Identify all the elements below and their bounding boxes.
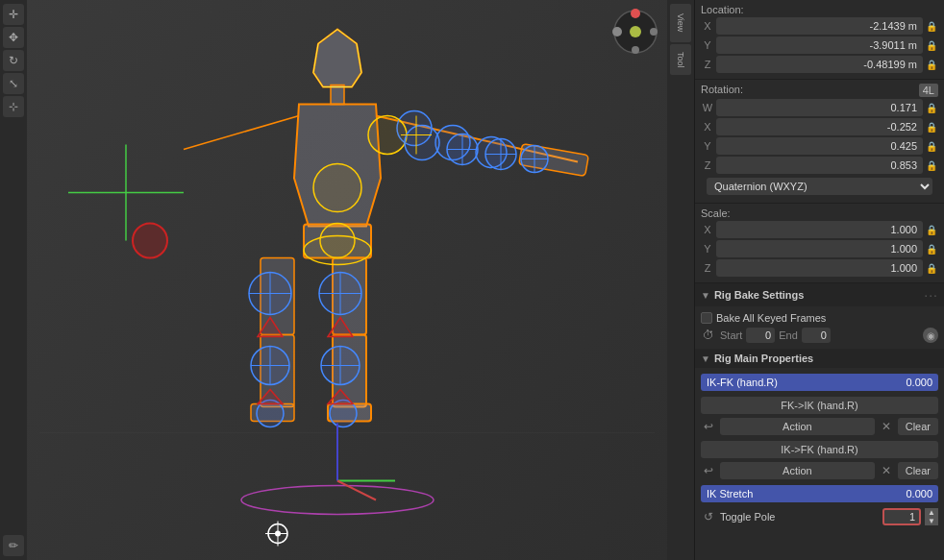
bake-all-checkbox[interactable] [701, 312, 712, 324]
ik-stretch-value: 0.000 [906, 488, 932, 499]
rotation-x-lock[interactable]: 🔒 [925, 120, 938, 134]
clock-icon: ⏱ [701, 328, 716, 343]
rotation-z-input[interactable] [716, 157, 923, 174]
quaternion-row: Quaternion (WXYZ) [701, 176, 938, 197]
location-z-row: Z 🔒 [701, 56, 938, 73]
toggle-pole-up-btn[interactable]: ▲ [925, 508, 938, 517]
scale-y-input[interactable] [716, 240, 923, 257]
right-toolbar: View Tool [667, 0, 694, 560]
toggle-pole-arrows: ▲ ▼ [925, 508, 938, 525]
rotation-z-lock[interactable]: 🔒 [925, 158, 938, 172]
properties-panel: Location: X 🔒 Y 🔒 Z 🔒 Rotation: 4L [694, 0, 944, 560]
scale-x-lock[interactable]: 🔒 [925, 223, 938, 236]
rotation-y-lock[interactable]: 🔒 [925, 139, 938, 153]
scale-section: Scale: X 🔒 Y 🔒 Z 🔒 [695, 204, 944, 283]
viewport-content[interactable] [27, 0, 667, 560]
ik-stretch-slider[interactable]: IK Stretch 0.000 [701, 485, 938, 502]
rotation-z-row: Z 🔒 [701, 157, 938, 174]
location-y-input[interactable] [716, 37, 923, 54]
rig-main-arrow: ▼ [701, 353, 710, 364]
rig-main-header[interactable]: ▼ Rig Main Properties [695, 349, 944, 368]
toggle-pole-down-btn[interactable]: ▼ [925, 517, 938, 525]
rotate-tool-btn[interactable]: ↻ [3, 50, 24, 71]
ik-fk-button[interactable]: IK->FK (hand.R) [701, 441, 938, 458]
rotation-w-lock[interactable]: 🔒 [925, 101, 938, 114]
scale-y-lock[interactable]: 🔒 [925, 242, 938, 256]
rig-bake-arrow: ▼ [701, 290, 710, 301]
rotation-y-input[interactable] [716, 137, 923, 155]
toggle-pole-label: Toggle Pole [720, 511, 879, 523]
action2-button[interactable]: Action [720, 462, 875, 479]
svg-point-47 [405, 125, 439, 159]
ik-stretch-label: IK Stretch [707, 488, 753, 499]
action1-button[interactable]: Action [720, 418, 875, 435]
location-x-input[interactable] [716, 17, 923, 35]
rotation-section: Rotation: 4L W 🔒 X 🔒 Y 🔒 Z 🔒 [695, 80, 944, 204]
ik-fk-row: IK-FK (hand.R) 0.000 [695, 372, 944, 393]
scene-icon[interactable]: ◉ [923, 328, 938, 343]
location-z-input[interactable] [716, 56, 923, 73]
scale-z-lock[interactable]: 🔒 [925, 261, 938, 275]
svg-point-34 [313, 163, 361, 211]
rig-main-content: IK-FK (hand.R) 0.000 FK->IK (hand.R) ↩ A… [695, 368, 944, 533]
svg-point-36 [304, 235, 371, 264]
action1-row: ↩ Action ✕ Clear [695, 416, 944, 437]
viewport-3d[interactable]: ✛ ✥ ↻ ⤡ ⊹ ✏ [0, 0, 694, 560]
z-axis-label: Z [701, 59, 714, 70]
tool-btn[interactable]: Tool [670, 44, 691, 75]
rotation-w-row: W 🔒 [701, 99, 938, 116]
action2-icon: ↩ [701, 463, 716, 478]
svg-point-66 [630, 26, 641, 37]
svg-line-9 [184, 115, 299, 149]
left-toolbar: ✛ ✥ ↻ ⤡ ⊹ ✏ [0, 0, 27, 560]
svg-point-41 [133, 223, 167, 257]
toggle-pole-icon: ↺ [701, 509, 716, 524]
action2-clear-button[interactable]: Clear [898, 462, 938, 479]
ik-fk-slider[interactable]: IK-FK (hand.R) 0.000 [701, 374, 938, 391]
action2-x-button[interactable]: ✕ [879, 463, 894, 478]
action1-clear-button[interactable]: Clear [898, 418, 938, 435]
transform-tool-btn[interactable]: ⊹ [3, 96, 24, 117]
fk-ik-btn-row: FK->IK (hand.R) [695, 395, 944, 416]
action1-x-button[interactable]: ✕ [879, 419, 894, 434]
ik-fk-label: IK-FK (hand.R) [707, 377, 778, 388]
ik-stretch-row: IK Stretch 0.000 [695, 483, 944, 504]
toggle-pole-row: ↺ Toggle Pole ▲ ▼ [695, 506, 944, 527]
svg-point-1 [241, 485, 434, 514]
sy-label: Y [701, 243, 714, 255]
view-btn[interactable]: View [670, 4, 691, 42]
location-y-lock[interactable]: 🔒 [925, 38, 938, 52]
start-input[interactable] [746, 328, 775, 343]
scale-label: Scale: [701, 207, 938, 219]
scale-z-input[interactable] [716, 259, 923, 277]
rotation-w-input[interactable] [716, 99, 923, 116]
svg-point-65 [612, 27, 622, 37]
location-x-lock[interactable]: 🔒 [925, 19, 938, 33]
svg-marker-4 [313, 29, 361, 86]
rotation-mode-badge: 4L [919, 84, 938, 97]
rx-axis-label: X [701, 121, 714, 133]
location-z-lock[interactable]: 🔒 [925, 58, 938, 71]
ik-fk-value: 0.000 [906, 377, 932, 388]
cursor-tool-btn[interactable]: ✛ [3, 4, 24, 25]
rotation-label: Rotation: [701, 84, 743, 95]
rig-bake-content: Bake All Keyed Frames ⏱ Start End ◉ [695, 306, 944, 349]
toggle-pole-input[interactable] [882, 508, 921, 525]
quaternion-select[interactable]: Quaternion (WXYZ) [707, 178, 932, 195]
scale-x-row: X 🔒 [701, 221, 938, 238]
location-label: Location: [701, 4, 938, 15]
annotate-btn[interactable]: ✏ [3, 535, 24, 556]
nav-gizmo[interactable] [611, 8, 659, 58]
scale-tool-btn[interactable]: ⤡ [3, 73, 24, 94]
rotation-x-input[interactable] [716, 118, 923, 135]
end-input[interactable] [802, 328, 831, 343]
fk-ik-button[interactable]: FK->IK (hand.R) [701, 397, 938, 414]
location-y-row: Y 🔒 [701, 37, 938, 54]
ry-axis-label: Y [701, 140, 714, 152]
bake-all-row: Bake All Keyed Frames [695, 310, 944, 326]
sx-label: X [701, 224, 714, 235]
move-tool-btn[interactable]: ✥ [3, 27, 24, 48]
scale-x-input[interactable] [716, 221, 923, 238]
scale-z-row: Z 🔒 [701, 259, 938, 277]
rig-bake-header[interactable]: ▼ Rig Bake Settings ··· [695, 283, 944, 306]
